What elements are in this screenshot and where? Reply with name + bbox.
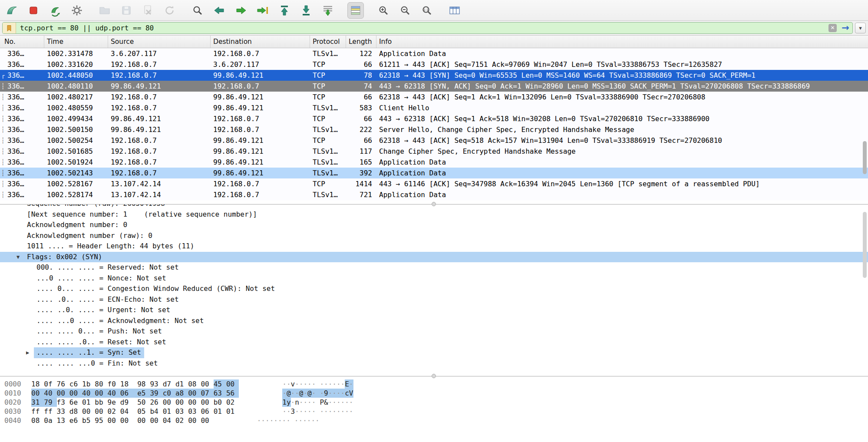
cell-no: 336… [6,102,44,113]
column-header-length[interactable]: Length [346,36,376,48]
stop-capture-button[interactable] [25,2,42,19]
cell-protocol: TCP [310,81,346,92]
filter-clear-button[interactable]: ✕ [828,24,837,32]
go-first-packet-button[interactable] [276,2,293,19]
hex-byte: 31 [31,398,44,407]
expand-arrow-icon[interactable]: ▶ [26,347,29,358]
details-lines: Sequence number (raw): 2665041958[Next s… [0,204,868,369]
cell-length: 66 [346,135,376,146]
restart-capture-button[interactable] [47,2,63,19]
detail-line[interactable]: 000. .... .... = Reserved: Not set [0,262,868,273]
detail-line[interactable]: .... .... .0.. = Reset: Not set [0,337,868,348]
resize-columns-button[interactable] [446,2,463,19]
hex-row[interactable]: 0000180f76c61b80f0189893d7d108004500··v·… [4,379,868,389]
detail-text: 1011 .... = Header Length: 44 bytes (11) [27,241,194,252]
filter-bookmark-button[interactable] [3,23,16,33]
hex-byte: 04 [120,407,137,416]
hex-byte: 00 [31,389,44,398]
detail-line[interactable]: [Next sequence number: 1 (relative seque… [0,209,868,220]
zoom-in-button[interactable] [375,2,392,19]
open-file-button[interactable] [96,2,113,19]
column-header-protocol[interactable]: Protocol [310,36,346,48]
packet-row[interactable]: ┆336…1002.50015099.86.49.121192.168.0.7T… [0,124,868,135]
filter-dropdown-button[interactable]: ▾ [855,23,866,33]
packet-row[interactable]: ┆336…1002.501924192.168.0.799.86.49.121T… [0,157,868,168]
packet-row[interactable]: ┆336…1002.480559192.168.0.799.86.49.121T… [0,102,868,113]
hex-byte: 9e [108,398,120,407]
hex-byte: 05 [137,407,150,416]
detail-line[interactable]: .... .... ...0 = Fin: Not set [0,358,868,369]
detail-line[interactable]: .... 0... .... = Congestion Window Reduc… [0,284,868,294]
zoom-reset-button[interactable]: 1:1 [419,2,435,19]
packet-row[interactable]: ┆336…1002.500254192.168.0.799.86.49.121T… [0,135,868,146]
pane-splitter-handle-top[interactable] [432,202,436,206]
cell-info: Client Hello [376,102,868,113]
hex-byte: 00 [57,389,69,398]
go-to-packet-button[interactable] [254,2,271,19]
detail-line[interactable]: .... ...0 .... = Acknowledgment: Not set [0,316,868,327]
auto-scroll-button[interactable] [320,2,336,19]
packet-row[interactable]: ┆336…1002.480217192.168.0.799.86.49.121T… [0,92,868,102]
hex-row[interactable]: 00100040000040004006e539c0a800076356·@··… [4,389,868,398]
save-file-button[interactable] [118,2,135,19]
go-last-packet-button[interactable] [298,2,314,19]
detail-line[interactable]: .... .... 0... = Push: Not set [0,326,868,337]
collapse-arrow-icon[interactable]: ▼ [17,252,20,263]
detail-line[interactable]: ▼Flags: 0x002 (SYN) [0,252,868,263]
packet-row[interactable]: ┆336…1002.502143192.168.0.799.86.49.121T… [0,168,868,178]
go-forward-button[interactable] [233,2,249,19]
hex-byte: b5 [82,416,95,425]
ascii-char: · [312,398,320,407]
close-file-button[interactable] [140,2,156,19]
packet-list-scrollbar-thumb[interactable] [863,141,867,174]
find-packet-button[interactable] [189,2,206,19]
packet-row[interactable]: ┌336…1002.448050192.168.0.799.86.49.121T… [0,70,868,81]
column-header-time[interactable]: Time [44,36,108,48]
detail-text: .... .... ...0 = Fin: Not set [36,358,158,369]
start-capture-button[interactable] [3,2,20,19]
hex-byte: e5 [137,389,150,398]
detail-text: .... .0.. .... = ECN-Echo: Not set [36,294,179,305]
detail-line[interactable]: ▶.... .... ..1. = Syn: Set [0,347,868,358]
packet-row[interactable]: 336…1002.331620192.168.0.73.6.207.117TCP… [0,59,868,70]
packet-row[interactable]: ┆336…1002.49943499.86.49.121192.168.0.7T… [0,113,868,124]
hex-byte: 01 [226,407,239,416]
reload-file-button[interactable] [162,2,178,19]
column-header-source[interactable]: Source [108,36,211,48]
filter-apply-button[interactable]: → [840,23,851,33]
packet-row[interactable]: ┆336…1002.52817413.107.42.14192.168.0.7T… [0,189,868,200]
capture-options-button[interactable] [69,2,85,19]
ascii-char: · [261,416,265,425]
hex-row[interactable]: 0030ffff33d80000020405b4010303060101··3·… [4,407,868,416]
detail-line[interactable]: ...0 .... .... = Nonce: Not set [0,273,868,284]
ascii-char: · [257,416,261,425]
hex-row[interactable]: 00203179f36e01bb9ed9502600000000b0021y·n… [4,398,868,407]
pane-splitter-handle-bottom[interactable] [432,374,436,378]
detail-line[interactable]: Acknowledgment number: 0 [0,220,868,231]
hex-byte: 03 [188,407,201,416]
hex-row[interactable]: 0040080a13e6b5950000000004020000········… [4,416,868,425]
detail-line[interactable]: Acknowledgment number (raw): 0 [0,231,868,241]
go-back-button[interactable] [211,2,228,19]
packet-row[interactable]: ┆336…1002.501685192.168.0.799.86.49.121T… [0,146,868,157]
column-header-destination[interactable]: Destination [211,36,310,48]
column-header-info[interactable]: Info [376,36,868,48]
detail-line[interactable]: 1011 .... = Header Length: 44 bytes (11) [0,241,868,252]
cell-info: Application Data [376,157,868,168]
hex-byte: 6e [69,398,82,407]
cell-destination: 3.6.207.117 [211,59,310,70]
packet-row[interactable]: ┆336…1002.48011099.86.49.121192.168.0.7T… [0,81,868,92]
column-header-no[interactable]: No. [0,36,44,48]
detail-line[interactable]: .... ..0. .... = Urgent: Not set [0,305,868,316]
ascii-char: · [328,398,333,407]
packet-row[interactable]: ┆336…1002.52816713.107.42.14192.168.0.7T… [0,178,868,189]
detail-line[interactable]: .... .0.. .... = ECN-Echo: Not set [0,294,868,305]
details-scrollbar-thumb[interactable] [863,212,867,278]
zoom-out-button[interactable] [397,2,413,19]
packet-row[interactable]: 336…1002.3314783.6.207.117192.168.0.7TLS… [0,48,868,59]
detail-text: Sequence number (raw): 2665041958 [27,204,165,209]
display-filter-input[interactable] [16,24,828,32]
colorize-button-group [347,2,364,19]
cell-source: 192.168.0.7 [108,92,211,102]
colorize-packets-button[interactable] [347,2,364,19]
